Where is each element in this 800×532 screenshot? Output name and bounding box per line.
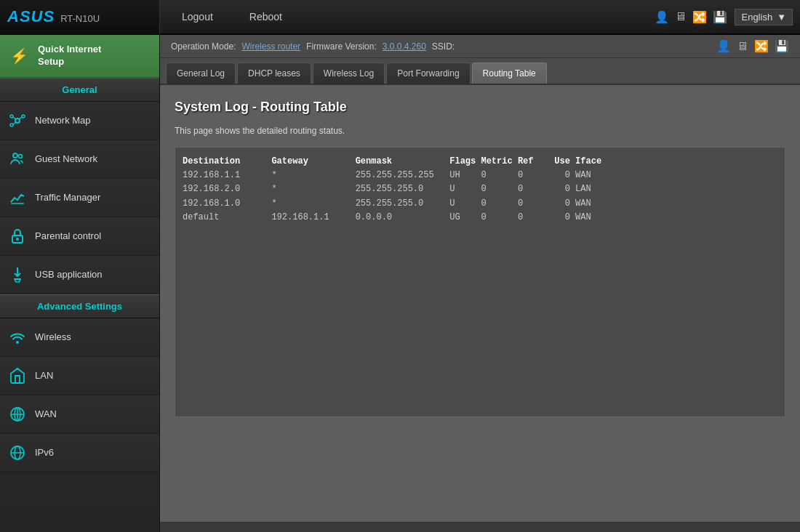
routing-table-header: Destination Gateway Genmask Flags Metric… xyxy=(183,155,777,169)
network-icon[interactable]: 🖥 xyxy=(675,10,687,23)
operation-mode-label: Operation Mode: xyxy=(171,41,236,52)
reboot-button[interactable]: Reboot xyxy=(242,7,289,26)
traffic-manager-icon xyxy=(7,188,28,208)
lan-label: LAN xyxy=(35,370,53,381)
advanced-settings-section-header: Advanced Settings xyxy=(0,294,159,318)
save-icon[interactable]: 💾 xyxy=(713,10,727,24)
monitor-status-icon[interactable]: 🖥 xyxy=(737,40,748,53)
svg-rect-12 xyxy=(15,279,20,282)
usb-application-icon xyxy=(7,265,28,285)
sidebar-item-ipv6[interactable]: IPv6 xyxy=(0,434,159,472)
tab-routing-table[interactable]: Routing Table xyxy=(472,63,547,84)
general-section-header: General xyxy=(0,78,159,102)
status-icons: 👤 🖥 🔀 💾 xyxy=(716,39,789,53)
logout-button[interactable]: Logout xyxy=(175,7,220,26)
svg-line-5 xyxy=(19,117,22,119)
logo-area: ASUS RT-N10U xyxy=(0,0,160,34)
sidebar-item-guest-network[interactable]: Guest Network xyxy=(0,140,159,179)
wireless-label: Wireless xyxy=(35,331,71,342)
top-icons: 👤 🖥 🔀 💾 xyxy=(655,10,727,24)
wan-icon xyxy=(7,404,28,424)
quick-setup-icon: ⚡ xyxy=(7,44,31,68)
routing-row-2: 192.168.1.0 * 255.255.255.0 U 0 0 0 WAN xyxy=(183,197,777,211)
quick-setup-button[interactable]: ⚡ Quick InternetSetup xyxy=(0,35,159,78)
ipv6-label: IPv6 xyxy=(35,447,54,458)
svg-point-3 xyxy=(10,124,13,126)
ipv6-icon xyxy=(7,443,28,463)
routing-table-container: Destination Gateway Genmask Flags Metric… xyxy=(175,147,785,417)
brand-logo: ASUS xyxy=(7,7,55,26)
content-panel: System Log - Routing Table This page sho… xyxy=(160,85,800,522)
nav-buttons: Logout Reboot xyxy=(160,7,655,26)
network-map-icon xyxy=(7,110,28,131)
sidebar-item-network-map[interactable]: Network Map xyxy=(0,102,159,140)
svg-line-4 xyxy=(13,117,16,119)
sidebar: ⚡ Quick InternetSetup General Network Ma… xyxy=(0,35,160,532)
svg-point-1 xyxy=(10,115,13,118)
firmware-label: Firmware Version: xyxy=(306,41,377,52)
status-bar: Operation Mode: Wireless router Firmware… xyxy=(160,35,800,58)
quick-setup-label: Quick InternetSetup xyxy=(38,44,101,68)
network-status-icon[interactable]: 🔀 xyxy=(754,39,769,53)
tab-wireless-log[interactable]: Wireless Log xyxy=(313,63,385,84)
tabs-bar: General Log DHCP leases Wireless Log Por… xyxy=(160,58,800,85)
main-layout: ⚡ Quick InternetSetup General Network Ma… xyxy=(0,35,800,532)
sidebar-item-wireless[interactable]: Wireless xyxy=(0,318,159,357)
routing-row-0: 192.168.1.1 * 255.255.255.255 UH 0 0 0 W… xyxy=(183,169,777,182)
content-area: Operation Mode: Wireless router Firmware… xyxy=(160,35,800,532)
guest-network-label: Guest Network xyxy=(35,153,97,164)
svg-point-8 xyxy=(19,154,23,158)
guest-network-icon xyxy=(7,149,28,169)
tab-port-forwarding[interactable]: Port Forwarding xyxy=(386,63,470,84)
routing-row-3: default 192.168.1.1 0.0.0.0 UG 0 0 0 WAN xyxy=(183,211,777,225)
traffic-manager-label: Traffic Manager xyxy=(35,192,100,203)
chevron-down-icon: ▼ xyxy=(777,12,786,23)
page-title: System Log - Routing Table xyxy=(175,100,785,115)
svg-point-2 xyxy=(22,115,25,118)
usb-application-label: USB application xyxy=(35,269,103,280)
svg-point-13 xyxy=(16,341,19,344)
lan-icon xyxy=(7,366,28,386)
topbar: ASUS RT-N10U Logout Reboot 👤 🖥 🔀 💾 Engli… xyxy=(0,0,800,35)
language-label: English xyxy=(741,12,772,23)
firmware-value[interactable]: 3.0.0.4.260 xyxy=(383,41,426,52)
wan-label: WAN xyxy=(35,408,57,419)
parental-control-icon xyxy=(7,226,28,246)
sidebar-item-parental-control[interactable]: Parental control xyxy=(0,217,159,256)
svg-point-7 xyxy=(13,153,17,158)
page-description: This page shows the detailed routing sta… xyxy=(175,126,785,136)
operation-mode-value[interactable]: Wireless router xyxy=(241,41,300,52)
sidebar-item-usb-application[interactable]: USB application xyxy=(0,256,159,294)
tab-general-log[interactable]: General Log xyxy=(166,63,236,84)
routing-row-1: 192.168.2.0 * 255.255.255.0 U 0 0 0 LAN xyxy=(183,182,777,196)
users-status-icon[interactable]: 👤 xyxy=(716,39,731,53)
sidebar-item-lan[interactable]: LAN xyxy=(0,357,159,395)
routing-table-scroll[interactable]: Destination Gateway Genmask Flags Metric… xyxy=(183,155,777,409)
share-icon[interactable]: 🔀 xyxy=(692,10,707,24)
storage-status-icon[interactable]: 💾 xyxy=(775,39,789,53)
tab-dhcp-leases[interactable]: DHCP leases xyxy=(237,63,311,84)
svg-line-6 xyxy=(13,122,16,124)
ssid-label: SSID: xyxy=(432,41,455,52)
language-selector[interactable]: English ▼ xyxy=(735,9,793,25)
network-map-label: Network Map xyxy=(35,115,91,126)
sidebar-item-traffic-manager[interactable]: Traffic Manager xyxy=(0,179,159,217)
parental-control-label: Parental control xyxy=(35,230,101,241)
sidebar-item-wan[interactable]: WAN xyxy=(0,395,159,434)
model-name: RT-N10U xyxy=(60,13,100,24)
svg-point-11 xyxy=(16,238,19,241)
users-icon[interactable]: 👤 xyxy=(655,10,669,24)
horizontal-scrollbar[interactable] xyxy=(160,522,800,532)
wireless-icon xyxy=(7,327,28,347)
